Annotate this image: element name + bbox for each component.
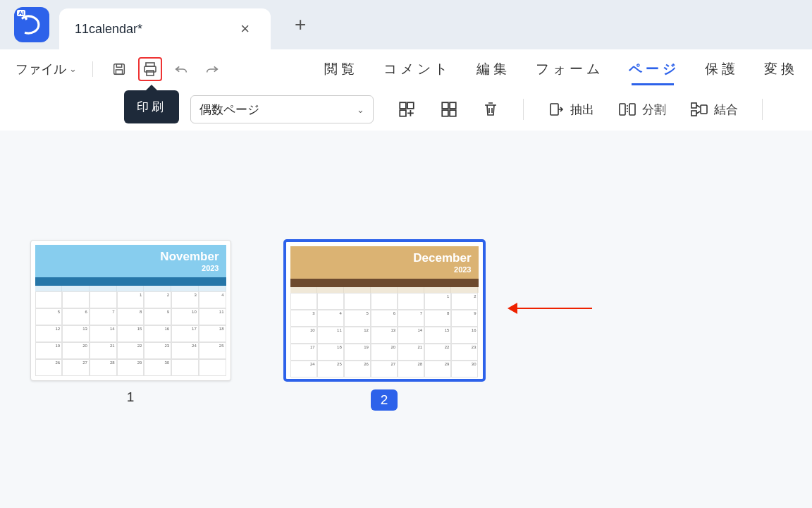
tab-edit[interactable]: 編集	[476, 60, 510, 78]
annotation-arrow	[508, 301, 592, 315]
svg-rect-1	[116, 64, 121, 67]
chevron-down-icon: ⌄	[357, 104, 364, 115]
chevron-down-icon: ⌄	[69, 64, 77, 74]
delete-page-button[interactable]	[482, 101, 499, 118]
print-button[interactable]	[138, 57, 162, 81]
app-logo[interactable]: AI	[14, 7, 49, 42]
page-thumbnail-2[interactable]: December 2023 12 3456789 10111213141516 …	[282, 240, 486, 411]
svg-rect-9	[442, 102, 448, 109]
file-menu-label: ファイル	[16, 61, 66, 78]
tab-form[interactable]: フォーム	[536, 60, 603, 78]
svg-rect-2	[116, 69, 122, 73]
svg-rect-15	[629, 104, 635, 115]
svg-rect-12	[450, 110, 456, 116]
page-filter-select[interactable]: 偶数ページ ⌄	[190, 95, 374, 123]
svg-rect-18	[701, 105, 707, 114]
split-label: 分割	[642, 102, 666, 118]
file-menu[interactable]: ファイル ⌄	[14, 58, 78, 80]
extract-button[interactable]: 抽出	[548, 101, 594, 118]
separator	[762, 99, 763, 120]
save-button[interactable]	[107, 57, 131, 81]
svg-rect-13	[550, 104, 558, 115]
close-icon[interactable]: ×	[240, 20, 250, 38]
tab-protect[interactable]: 保護	[705, 60, 739, 78]
new-tab-button[interactable]: +	[295, 13, 306, 36]
calendar-year: 2023	[202, 264, 219, 272]
svg-rect-5	[147, 71, 154, 75]
svg-rect-11	[442, 110, 448, 116]
rotate-page-button[interactable]	[440, 100, 458, 119]
tab-comment[interactable]: コメント	[383, 60, 451, 78]
tab-page[interactable]: ページ	[629, 60, 679, 78]
insert-page-button[interactable]	[398, 100, 416, 119]
undo-button[interactable]	[169, 57, 193, 81]
tab-title: 11calendar*	[75, 22, 142, 37]
tab-convert[interactable]: 変換	[764, 60, 798, 78]
document-tab[interactable]: 11calendar* ×	[59, 8, 271, 49]
calendar-year: 2023	[454, 265, 471, 274]
svg-rect-10	[450, 102, 456, 109]
select-value: 偶数ページ	[199, 102, 259, 118]
print-tooltip: 印刷	[124, 90, 179, 123]
page-toolbar: 偶数ページ ⌄ 抽出 分割 結合	[0, 88, 812, 131]
extract-label: 抽出	[570, 102, 594, 118]
split-button[interactable]: 分割	[618, 101, 666, 118]
separator	[92, 61, 93, 77]
page-thumbnail-1[interactable]: November 2023 1234 567891011 12131415161…	[28, 240, 233, 411]
calendar-month: December	[413, 251, 471, 265]
merge-label: 結合	[714, 102, 738, 118]
page-number: 2	[371, 389, 398, 411]
calendar-month: November	[160, 250, 219, 264]
redo-button[interactable]	[200, 57, 224, 81]
page-number: 1	[127, 389, 135, 405]
tab-strip: AI 11calendar* × +	[0, 0, 812, 49]
svg-rect-6	[400, 102, 406, 109]
menu-bar: ファイル ⌄ 閲覧 コメント 編集 フォーム ページ 保護 変換	[0, 49, 812, 88]
ai-badge: AI	[17, 10, 25, 16]
svg-rect-14	[620, 104, 625, 115]
separator	[523, 99, 524, 120]
svg-rect-7	[407, 102, 414, 109]
svg-rect-17	[691, 111, 696, 116]
svg-rect-8	[400, 110, 406, 116]
merge-button[interactable]: 結合	[690, 101, 738, 118]
tab-browse[interactable]: 閲覧	[324, 60, 358, 78]
page-thumbnails-pane: November 2023 1234 567891011 12131415161…	[0, 131, 812, 508]
svg-rect-16	[691, 103, 696, 108]
